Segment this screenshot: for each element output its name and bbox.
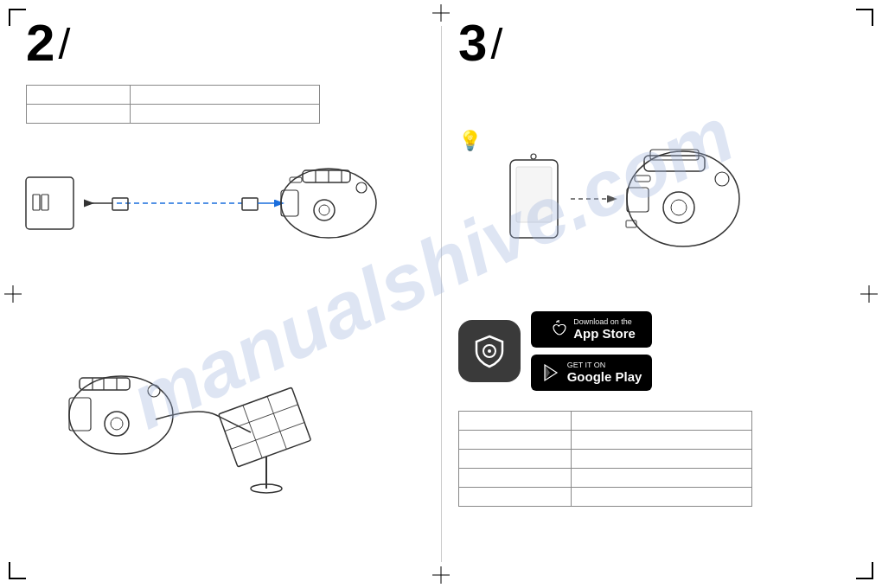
table-cell [459,431,572,450]
table-cell [571,488,751,507]
svg-rect-15 [281,190,298,216]
svg-point-18 [69,376,173,454]
table-cell [130,105,319,124]
svg-point-9 [314,200,335,220]
appstore-text: Download on the App Store [573,317,636,342]
pairing-illustration [458,143,856,298]
svg-rect-19 [69,398,91,431]
usb-illustration [17,151,398,255]
table-cell [130,86,319,105]
table-cell [459,488,572,507]
section-2-table [26,85,320,124]
section-3-number: 3/ [458,17,502,69]
pairing-svg [458,143,856,298]
appstore-badge[interactable]: Download on the App Store [531,311,652,348]
googleplay-badge[interactable]: GET IT ON Google Play [531,355,652,391]
shield-icon [472,334,507,368]
solar-camera-area [35,329,363,519]
apple-icon [547,320,566,339]
svg-line-30 [231,423,304,450]
svg-point-17 [356,182,367,193]
svg-line-27 [243,406,262,458]
svg-point-45 [715,172,729,186]
table-cell [571,412,751,431]
table-cell [27,105,131,124]
section-3-bottom-table [458,411,752,507]
table-cell [571,469,751,488]
corner-mark-tl [9,9,26,26]
svg-rect-11 [303,170,350,182]
svg-rect-26 [219,387,311,467]
svg-point-10 [319,205,329,215]
table-cell [459,469,572,488]
svg-point-40 [671,200,687,215]
svg-rect-35 [516,167,552,222]
table-cell [571,431,751,450]
svg-point-20 [105,412,129,436]
table-cell [459,412,572,431]
table-cell [459,450,572,469]
svg-rect-1 [33,195,40,210]
svg-rect-43 [627,188,649,212]
svg-point-36 [531,154,536,159]
app-badges-area: Download on the App Store GET IT ON Goog… [458,311,652,391]
google-play-icon [541,363,560,382]
googleplay-text: GET IT ON Google Play [567,361,642,386]
badge-column: Download on the App Store GET IT ON Goog… [531,311,652,391]
section-divider [441,26,442,562]
svg-line-29 [225,405,298,431]
svg-point-21 [111,418,123,430]
section-2-number: 2/ [26,17,450,69]
svg-rect-22 [80,378,130,390]
svg-rect-6 [242,198,258,210]
svg-line-28 [267,396,286,449]
table-cell [571,450,751,469]
svg-rect-5 [112,198,128,210]
solar-illustration [35,329,346,502]
corner-mark-bl [9,562,26,579]
svg-point-39 [663,192,694,223]
svg-rect-2 [42,195,48,210]
table-cell [27,86,131,105]
reg-cross-left [4,285,22,303]
app-icon [458,320,521,382]
svg-point-33 [148,385,160,397]
usb-charging-area [17,151,398,255]
svg-point-48 [488,349,491,353]
svg-rect-44 [635,176,650,182]
